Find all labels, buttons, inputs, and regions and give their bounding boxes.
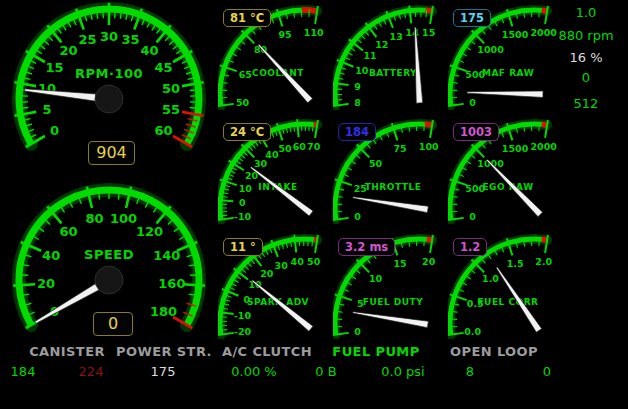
maf-raw-gauge[interactable]: 0500100015002000MAF RAW 175 (448, 4, 560, 110)
rpm-tick-label: 15 (45, 60, 63, 75)
coolant-gauge-title: COOLANT (252, 68, 304, 78)
spark-adv-tick (219, 330, 227, 331)
rpm-tick-label: 20 (59, 43, 77, 58)
throttle-tick-label: 100 (419, 141, 439, 152)
fuel-duty-tick-label: 10 (369, 273, 383, 284)
fuel-corr-tick-label: 1.5 (507, 258, 524, 269)
intake-tick-label: 60 (293, 141, 307, 152)
rpm-tick-label: 5 (42, 102, 51, 117)
intake-tick-label: 10 (239, 183, 253, 194)
throttle-badge: 184 (338, 123, 376, 141)
throttle-tick-label: 50 (369, 158, 383, 169)
throttle-tick-label: 75 (393, 143, 406, 154)
speed-tick-label: 180 (150, 304, 177, 319)
fuel-duty-gauge[interactable]: 05101520FUEL DUTY 3.2 ms (333, 233, 445, 339)
rpm-gauge[interactable]: 051015202530354045505560RPM·100 904 (10, 2, 206, 172)
intake-tick-label: 50 (278, 143, 292, 154)
intake-tick (297, 119, 298, 137)
battery-tick (334, 100, 342, 101)
spark-adv-badge: 11 ° (223, 238, 263, 256)
intake-tick (218, 200, 233, 202)
speed-tick-label: 120 (136, 224, 163, 239)
bottom-label-fuel-pump[interactable]: FUEL PUMP (332, 344, 419, 359)
speed-tick (190, 275, 200, 276)
throttle-gauge[interactable]: 0255075100THROTTLE 184 (333, 118, 445, 224)
spark-adv-tick-label: -10 (234, 310, 252, 321)
rpm-tick-label: 25 (78, 32, 96, 47)
fuel-corr-tick-label: 2.0 (535, 256, 552, 267)
spark-adv-tick (219, 317, 227, 318)
fuel-duty-tick-label: 0 (354, 326, 361, 337)
rpm-tick-label: 35 (122, 32, 140, 47)
battery-tick-label: 15 (422, 27, 435, 38)
ego-raw-gauge[interactable]: 0500100015002000EGO RAW 1003 (448, 118, 560, 224)
battery-gauge-title: BATTERY (369, 68, 417, 78)
coolant-tick-label: 65 (239, 69, 252, 80)
maf-raw-tick (539, 9, 540, 17)
speed-gauge-title: SPEED (84, 247, 134, 262)
battery-needle (414, 27, 422, 103)
throttle-red-zone (424, 124, 432, 125)
fuel-corr-gauge[interactable]: 0.00.51.01.52.0FUEL CORR 1.2 (448, 233, 560, 339)
battery-tick-label: 14 (406, 27, 420, 38)
bottom-label-power-str[interactable]: POWER STR. (116, 344, 212, 359)
speed-tick-label: 60 (59, 224, 77, 239)
speed-tick-label: 160 (158, 276, 185, 291)
spark-adv-tick-label: 20 (260, 268, 274, 279)
fuel-pump-value: 0.0 psi (381, 364, 424, 379)
speed-tick (183, 284, 205, 285)
speed-tick (13, 284, 35, 285)
fuel-corr-badge: 1.2 (453, 238, 487, 256)
intake-gauge[interactable]: -10010203040506070INTAKE 24 °C (218, 118, 330, 224)
battery-tick-label: 8 (354, 97, 361, 108)
battery-tick-label: 9 (354, 81, 361, 92)
side-value-3: 0 (548, 70, 624, 85)
open-loop-value-2: 0 (543, 364, 551, 379)
maf-raw-gauge-title: MAF RAW (482, 68, 534, 78)
rpm-tick (115, 8, 116, 18)
bottom-label-open-loop[interactable]: OPEN LOOP (450, 344, 538, 359)
ego-raw-tick-label: 0 (469, 211, 476, 222)
spark-adv-tick-label: 40 (291, 256, 305, 267)
engine-dashboard: 051015202530354045505560RPM·100 904 0204… (0, 0, 628, 409)
spark-adv-tick-label: 50 (307, 256, 321, 267)
battery-gauge[interactable]: 89101112131415BATTERY (333, 4, 445, 110)
fuel-duty-badge: 3.2 ms (338, 238, 395, 256)
bottom-label-ac-clutch[interactable]: A/C CLUTCH (222, 344, 312, 359)
rpm-tick-label: 60 (155, 123, 173, 138)
ego-raw-tick-label: 2000 (530, 141, 557, 152)
spark-adv-gauge[interactable]: -20-1001020304050SPARK ADV 11 ° (218, 233, 330, 339)
side-value-4: 512 (548, 96, 624, 111)
throttle-needle (353, 197, 429, 213)
intake-tick (219, 215, 227, 216)
power-str-value: 175 (151, 364, 176, 379)
ego-raw-tick-label: 1500 (502, 143, 529, 154)
coolant-gauge[interactable]: 50658095110COOLANT 81 °C (218, 4, 330, 110)
rpm-tick-label: 45 (155, 60, 173, 75)
battery-tick (426, 9, 427, 17)
rpm-tick-label: 0 (50, 123, 59, 138)
fuel-corr-gauge-title: FUEL CORR (477, 297, 538, 307)
speed-needle-hub (95, 266, 123, 294)
speed-gauge[interactable]: 020406080100120140160180SPEED 0 (10, 183, 206, 353)
coolant-tick-label: 110 (304, 27, 324, 38)
fuel-duty-tick-label: 20 (422, 256, 436, 267)
speed-tick (18, 275, 28, 276)
spark-adv-tick-label: -20 (234, 326, 252, 337)
throttle-tick (424, 123, 425, 131)
spark-adv-tick-label: 10 (248, 279, 262, 290)
speed-value-box: 0 (93, 312, 133, 336)
fuel-corr-tick-label: 1.0 (482, 273, 499, 284)
rpm-value-box: 904 (88, 141, 135, 165)
coolant-tick (309, 9, 310, 17)
bottom-label-canister[interactable]: CANISTER (29, 344, 105, 359)
rpm-tick-label: 55 (162, 102, 180, 117)
intake-badge: 24 °C (223, 123, 271, 141)
fuel-corr-tick-label: 0.0 (464, 326, 481, 337)
canister-value-1: 184 (11, 364, 36, 379)
intake-tick-label: 70 (307, 141, 321, 152)
battery-tick-label: 12 (375, 39, 388, 50)
fuel-corr-tick (539, 238, 540, 246)
battery-tick-label: 11 (363, 50, 376, 61)
coolant-tick-label: 95 (278, 29, 291, 40)
